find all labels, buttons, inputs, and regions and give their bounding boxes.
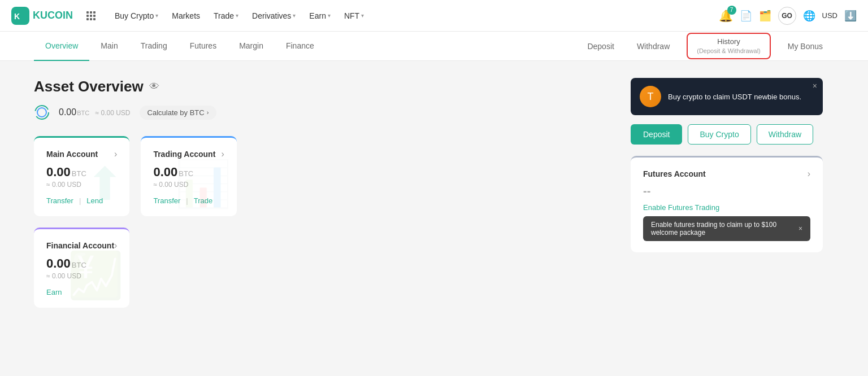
nav-items: Buy Crypto ▾ Markets Trade ▾ Derivatives…	[109, 7, 705, 25]
logo[interactable]: K KUCOIN	[11, 7, 73, 25]
trading-account-actions: Transfer | Trade	[153, 196, 224, 205]
financial-account-actions: Earn	[46, 288, 117, 296]
subnav-right-actions: Deposit Withdraw History (Deposit & With…	[576, 32, 834, 61]
svg-point-3	[37, 108, 46, 117]
accounts-grid: Main Account › 0.00BTC ≈ 0.00 USD Transf…	[34, 136, 237, 308]
nav-earn[interactable]: Earn ▾	[303, 7, 336, 25]
notification-count: 7	[727, 6, 736, 15]
trading-account-arrow-icon[interactable]: ›	[221, 149, 224, 159]
main-account-usd: ≈ 0.00 USD	[46, 181, 117, 189]
futures-account-arrow-icon[interactable]: ›	[808, 169, 810, 179]
subnav-deposit[interactable]: Deposit	[576, 32, 625, 61]
main-account-arrow-icon[interactable]: ›	[114, 149, 117, 159]
financial-account-title: Financial Account	[46, 241, 114, 250]
trading-account-card: Trading Account › 0.00BTC ≈ 0.00 USD Tra…	[141, 136, 236, 216]
download-icon[interactable]: ⬇️	[844, 10, 857, 22]
visibility-toggle-icon[interactable]: 👁	[149, 81, 159, 93]
subnav-main[interactable]: Main	[89, 32, 129, 61]
financial-account-arrow-icon[interactable]: ›	[114, 241, 117, 251]
asset-overview-title: Asset Overview	[34, 78, 144, 95]
top-navigation: K KUCOIN Buy Crypto ▾ Markets Trade ▾ De…	[0, 0, 868, 32]
history-subtitle: (Deposit & Withdrawal)	[697, 47, 760, 55]
nav-derivatives[interactable]: Derivatives ▾	[246, 7, 301, 25]
enable-futures-link[interactable]: Enable Futures Trading	[643, 203, 810, 212]
main-account-card: Main Account › 0.00BTC ≈ 0.00 USD Transf…	[34, 136, 129, 216]
btc-spinner-icon	[34, 104, 50, 120]
subnav-finance[interactable]: Finance	[275, 32, 326, 61]
nav-buy-crypto[interactable]: Buy Crypto ▾	[109, 7, 164, 25]
chevron-down-icon: ▾	[328, 12, 331, 19]
withdraw-button[interactable]: Withdraw	[757, 124, 813, 145]
notification-bell[interactable]: 🔔 7	[719, 9, 733, 23]
svg-text:K: K	[14, 12, 20, 21]
main-lend-link[interactable]: Lend	[86, 196, 103, 205]
financial-account-btc: 0.00BTC	[46, 256, 117, 271]
nav-right: 🔔 7 📄 🗂️ GO 🌐 USD ⬇️	[719, 7, 857, 25]
trading-account-btc: 0.00BTC	[153, 165, 224, 180]
language-icon[interactable]: 🌐	[803, 10, 815, 22]
grid-menu-icon[interactable]	[86, 11, 96, 20]
subnav-withdraw[interactable]: Withdraw	[626, 32, 681, 61]
deposit-button[interactable]: Deposit	[631, 124, 682, 145]
promo-coin-icon: T	[640, 86, 661, 107]
asset-btc-value: 0.00BTC ≈ 0.00 USD	[59, 107, 131, 117]
main-account-btc: 0.00BTC	[46, 165, 117, 180]
wallet-icon[interactable]: 🗂️	[759, 10, 771, 22]
futures-tooltip: Enable futures trading to claim up to $1…	[643, 216, 810, 241]
tooltip-close-button[interactable]: ×	[798, 225, 802, 233]
chevron-down-icon: ▾	[361, 12, 364, 19]
asset-header: Asset Overview 👁	[34, 78, 237, 95]
trading-trade-link[interactable]: Trade	[194, 196, 212, 205]
promo-text: Buy crypto to claim USDT newbie bonus.	[668, 93, 801, 101]
promo-close-button[interactable]: ×	[813, 81, 817, 90]
document-icon[interactable]: 📄	[740, 10, 752, 22]
chevron-down-icon: ▾	[236, 12, 238, 19]
buy-crypto-button[interactable]: Buy Crypto	[688, 124, 750, 145]
chevron-down-icon: ▾	[155, 12, 158, 19]
financial-earn-link[interactable]: Earn	[46, 288, 62, 296]
nav-trade[interactable]: Trade ▾	[208, 7, 244, 25]
trading-account-usd: ≈ 0.00 USD	[153, 181, 224, 189]
sub-navigation: Overview Main Trading Futures Margin Fin…	[0, 32, 868, 61]
futures-account-title: Futures Account	[643, 169, 706, 178]
futures-account-card: Futures Account › -- Enable Futures Trad…	[631, 156, 823, 252]
trading-transfer-link[interactable]: Transfer	[153, 196, 180, 205]
financial-account-card: Financial Account › 0.00BTC ≈ 0.00 USD E…	[34, 228, 129, 308]
promo-banner: T Buy crypto to claim USDT newbie bonus.…	[631, 78, 823, 115]
subnav-trading[interactable]: Trading	[129, 32, 179, 61]
nav-markets[interactable]: Markets	[166, 7, 206, 25]
calculate-by-btc-button[interactable]: Calculate by BTC ›	[140, 106, 217, 120]
futures-dash: --	[643, 185, 810, 198]
nav-nft[interactable]: NFT ▾	[338, 7, 370, 25]
main-account-actions: Transfer | Lend	[46, 196, 117, 205]
right-panel: T Buy crypto to claim USDT newbie bonus.…	[631, 78, 834, 252]
history-button[interactable]: History (Deposit & Withdrawal)	[687, 33, 770, 59]
trading-account-title: Trading Account	[153, 150, 215, 159]
currency-selector[interactable]: USD	[822, 11, 837, 20]
subnav-futures[interactable]: Futures	[179, 32, 228, 61]
futures-tooltip-text: Enable futures trading to claim up to $1…	[651, 221, 792, 237]
main-transfer-link[interactable]: Transfer	[46, 196, 73, 205]
chevron-down-icon: ▾	[293, 12, 296, 19]
avatar[interactable]: GO	[778, 7, 796, 25]
chevron-right-icon: ›	[207, 109, 209, 116]
action-buttons: Deposit Buy Crypto Withdraw	[631, 124, 823, 145]
main-account-title: Main Account	[46, 150, 98, 159]
subnav-overview[interactable]: Overview	[34, 32, 89, 61]
subnav-margin[interactable]: Margin	[228, 32, 275, 61]
subnav-my-bonus[interactable]: My Bonus	[776, 32, 834, 61]
main-content: Asset Overview 👁 0.00BTC ≈ 0.00 USD Calc…	[0, 61, 868, 376]
history-title: History	[717, 37, 740, 47]
asset-value-row: 0.00BTC ≈ 0.00 USD Calculate by BTC ›	[34, 104, 237, 120]
financial-account-usd: ≈ 0.00 USD	[46, 272, 117, 280]
